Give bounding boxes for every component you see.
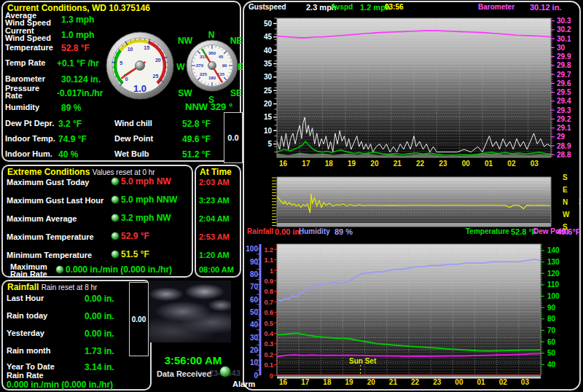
svg-text:30: 30: [264, 73, 273, 81]
max-rain-rate-label: Maximum Rain Rate: [10, 263, 47, 278]
temp-rate-value: +0.1 °F /hr: [57, 58, 99, 68]
alarm-orb[interactable]: [219, 366, 231, 377]
ytd-label: Year To Date: [7, 363, 55, 370]
svg-text:N: N: [563, 198, 568, 206]
rainfall-subtitle: Rain reset at 8 hr: [42, 283, 98, 291]
svg-text:0.5: 0.5: [264, 320, 273, 327]
svg-text:03: 03: [531, 160, 539, 168]
compass-cardinal-w: W: [176, 62, 185, 72]
svg-text:17: 17: [301, 378, 310, 386]
svg-text:21: 21: [394, 160, 402, 168]
svg-text:70: 70: [547, 326, 556, 334]
svg-text:50: 50: [264, 20, 273, 28]
alarm-label: Alarm: [232, 380, 255, 388]
svg-text:22: 22: [416, 160, 425, 168]
cur-wind-value: 1.0 mph: [61, 30, 94, 40]
svg-text:20: 20: [155, 58, 161, 63]
rain-bucket-value: 0.00: [132, 315, 146, 324]
svg-text:0.3: 0.3: [264, 340, 273, 348]
svg-text:1.2: 1.2: [264, 246, 273, 254]
svg-text:29.6: 29.6: [557, 79, 571, 87]
humidity-value: 89 %: [61, 103, 81, 113]
svg-text:28.9: 28.9: [557, 142, 571, 150]
svg-text:80: 80: [250, 270, 259, 278]
svg-text:00: 00: [462, 160, 471, 168]
svg-text:01: 01: [485, 160, 493, 168]
svg-text:50: 50: [547, 349, 556, 357]
rain-month-label: Rain month: [7, 347, 51, 354]
wind-side-gauge-value: 0.0: [227, 133, 238, 142]
svg-text:0.6: 0.6: [264, 309, 273, 316]
svg-text:30.3: 30.3: [557, 17, 571, 25]
svg-text:29.7: 29.7: [557, 71, 571, 79]
svg-text:16: 16: [279, 378, 288, 386]
svg-text:70: 70: [250, 283, 259, 291]
svg-text:270: 270: [196, 63, 204, 68]
avg-wind-value: 1.3 mph: [61, 15, 94, 25]
wet-bulb-value: 51.2 °F: [182, 149, 211, 160]
at-time-title: At Time: [200, 167, 232, 177]
wind-direction-chart: SENWS329: [272, 173, 579, 231]
svg-text:25: 25: [152, 74, 158, 79]
wind-barometer-chart: 510152025303540455028.828.92929.129.229.…: [264, 17, 571, 168]
min-temp-label: Minimum Temperature: [7, 251, 92, 259]
svg-text:110: 110: [547, 281, 560, 289]
svg-text:03: 03: [521, 378, 530, 386]
svg-text:0.2: 0.2: [264, 351, 273, 358]
extreme-conditions-panel: Extreme Conditions Values reset at 0 hr …: [1, 165, 193, 278]
weather-display-dashboard: { "current": { "title": "Current Conditi…: [0, 0, 583, 392]
svg-text:329: 329: [579, 198, 579, 206]
cur-wind-label: Current Wind Speed: [5, 27, 51, 42]
compass-cardinal-n: N: [208, 30, 215, 40]
rain-rate-value: 0.000 in./min (0.000 in./hr): [7, 380, 113, 390]
svg-text:Sun Set: Sun Set: [349, 357, 377, 365]
svg-text:29.8: 29.8: [557, 61, 571, 69]
pressure-rate-label: Pressure Rate: [5, 85, 39, 99]
svg-text:23: 23: [433, 378, 442, 386]
data-received-label: Data Received: [157, 369, 211, 378]
ytd-value: 3.14 in.: [85, 362, 114, 372]
wind-side-gauge: 0.0: [224, 112, 243, 163]
rain-today-label: Rain today: [7, 312, 47, 319]
svg-text:1: 1: [270, 267, 273, 275]
svg-text:S: S: [563, 173, 568, 181]
svg-text:10: 10: [250, 358, 259, 366]
rain-rate-label: Rain Rate: [7, 372, 44, 379]
barometer-label: Barometer: [5, 75, 45, 82]
indoor-temp-label: Indoor Temp.: [5, 135, 55, 142]
min-temp-value: 51.5 °F: [121, 249, 149, 259]
svg-text:140: 140: [547, 246, 560, 254]
svg-text:0: 0: [270, 372, 273, 380]
dewpt-depr-label: Dew Pt Depr.: [5, 119, 54, 127]
svg-text:29: 29: [557, 133, 566, 141]
svg-text:19: 19: [345, 378, 354, 386]
svg-text:40: 40: [264, 47, 273, 55]
max-average-label: Maximum Average: [7, 215, 77, 222]
max-gust-hour-label: Maximum Gust Last Hour: [7, 197, 103, 204]
svg-text:02: 02: [507, 160, 516, 168]
svg-text:130: 130: [547, 258, 560, 266]
svg-text:1.1: 1.1: [264, 256, 273, 264]
wind-speed-gauge: 05101520251.0: [106, 32, 173, 99]
dewpt-depr-value: 3.2 °F: [58, 119, 82, 129]
svg-text:35: 35: [264, 60, 273, 68]
temperature-value: 52.8 °F: [61, 43, 90, 53]
at-time-0: 2:03 AM: [199, 178, 230, 187]
extreme-title: Extreme Conditions: [7, 167, 90, 177]
at-time-4: 1:20 AM: [199, 251, 230, 259]
indoor-temp-value: 74.9 °F: [58, 134, 87, 144]
svg-text:45: 45: [219, 55, 224, 59]
at-time-2: 2:04 AM: [199, 214, 230, 223]
svg-text:17: 17: [302, 160, 310, 168]
svg-text:18: 18: [323, 378, 332, 386]
svg-text:22: 22: [411, 378, 420, 386]
indoor-hum-label: Indoor Hum.: [5, 150, 52, 157]
max-gust-hour-value: 5.0 mph NNW: [121, 195, 177, 205]
compass-cardinal-nw: NW: [178, 36, 193, 46]
sky-webcam-image: [148, 281, 231, 342]
compass-cardinal-se: SE: [230, 88, 242, 98]
svg-text:20: 20: [370, 160, 379, 168]
max-gust-hour-orb: [111, 195, 120, 204]
svg-text:29.9: 29.9: [557, 52, 571, 60]
temperature-label: Temperature: [5, 44, 53, 51]
